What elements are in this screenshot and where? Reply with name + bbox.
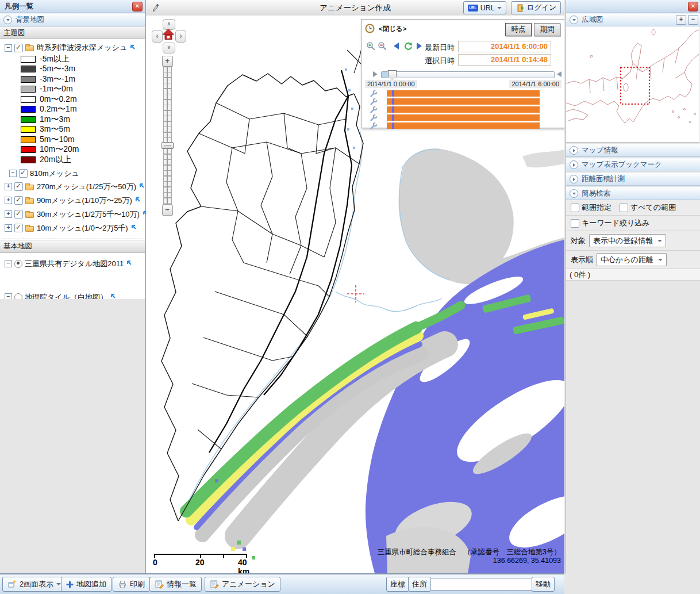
all-range-checkbox[interactable] [620, 204, 628, 212]
pan-down-icon[interactable] [163, 43, 175, 53]
zoom-in-button[interactable]: + [162, 56, 173, 67]
time-slider[interactable] [381, 71, 555, 78]
chevron-down-icon [570, 189, 578, 198]
layer-tree: 時系列津波浸水深メッシュ -5m以上 -5m〜-3m -3m〜-1m -1m〜0… [0, 39, 145, 240]
layer-checkbox[interactable] [14, 224, 23, 232]
zoom-slider[interactable] [163, 67, 172, 205]
tree-item-90m-mesh[interactable]: 90mメッシュ(1/10万〜25万) [0, 194, 145, 208]
expand-plus-icon[interactable] [5, 197, 12, 204]
tree-item-810m-mesh[interactable]: 810mメッシュ [0, 167, 145, 180]
mode-point-button[interactable]: 時点 [505, 23, 532, 36]
step-back-icon[interactable] [394, 43, 399, 49]
radio-button[interactable] [14, 260, 22, 268]
tree-item-tsunami-mesh[interactable]: 時系列津波浸水深メッシュ [0, 41, 145, 54]
zoom-in-time-icon[interactable] [366, 41, 376, 51]
zoom-out-time-icon[interactable] [378, 41, 387, 51]
close-icon[interactable]: ✕ [688, 2, 698, 12]
legend-item: -5m〜-3m [0, 64, 145, 75]
mode-period-button[interactable]: 期間 [534, 23, 560, 36]
overview-map[interactable] [566, 26, 699, 143]
animation-button[interactable]: アニメーション [205, 577, 280, 592]
overview-zoom-in-button[interactable]: + [676, 15, 686, 25]
wrench-icon[interactable] [370, 114, 378, 122]
main-map[interactable]: + − <閉じる> 時点 期間 [146, 16, 564, 573]
background-map-label: 背景地図 [16, 15, 44, 25]
section-overview-map[interactable]: 広域図 + − [566, 13, 700, 26]
dual-view-button[interactable]: 2画面表示 [2, 577, 66, 592]
step-forward-icon[interactable] [417, 43, 422, 49]
expand-plus-icon[interactable] [5, 210, 12, 218]
wrench-icon[interactable] [370, 98, 378, 106]
map-link-arrow-icon[interactable] [135, 197, 143, 204]
timeline-track[interactable] [361, 106, 564, 114]
wrench-icon[interactable] [370, 106, 378, 114]
home-icon[interactable] [161, 28, 175, 43]
location-search-input[interactable] [430, 578, 534, 591]
collapse-minus-icon[interactable] [9, 170, 17, 177]
coordinate-button[interactable]: 座標 [386, 577, 409, 592]
timeline-track[interactable] [361, 114, 564, 122]
close-panel-link[interactable]: <閉じる> [379, 25, 406, 33]
pan-right-icon[interactable] [175, 30, 186, 43]
section-background-map[interactable]: 背景地図 [0, 13, 145, 26]
timeline-bar[interactable] [387, 98, 540, 105]
range-checkbox[interactable] [571, 204, 579, 212]
map-link-arrow-icon[interactable] [131, 224, 139, 232]
print-button[interactable]: 印刷 [113, 577, 150, 592]
keyword-checkbox[interactable] [571, 219, 579, 228]
play-backward-icon[interactable] [557, 71, 561, 77]
tree-item-30m-mesh[interactable]: 30mメッシュ(1/2万5千〜10万) [0, 208, 145, 221]
base-map-label: 基本地図 [3, 242, 32, 251]
layer-checkbox[interactable] [14, 210, 23, 219]
move-button[interactable]: 移動 [532, 577, 555, 592]
section-simple-search[interactable]: 簡易検索 [566, 187, 700, 200]
time-slider-thumb[interactable] [388, 70, 397, 81]
section-map-info[interactable]: マップ情報 [566, 144, 700, 157]
section-bookmarks[interactable]: マップ表示ブックマーク [566, 158, 700, 171]
login-button[interactable]: ログイン [511, 1, 561, 14]
expand-plus-icon[interactable] [5, 224, 12, 232]
timeline-bar[interactable] [387, 106, 540, 113]
refresh-icon[interactable] [403, 41, 413, 51]
expand-plus-icon[interactable] [5, 183, 12, 190]
timeline-track[interactable] [361, 90, 564, 98]
tree-item-10m-mesh[interactable]: 10mメッシュ(1/0〜2万5千) [0, 221, 145, 235]
zoom-out-button[interactable]: − [162, 205, 173, 216]
timeline-bar[interactable] [387, 114, 540, 121]
map-link-arrow-icon[interactable] [126, 260, 134, 267]
timeline-track[interactable] [361, 122, 564, 130]
tree-item-270m-mesh[interactable]: 270mメッシュ(1/25万〜50万) [0, 180, 145, 194]
zoom-slider-handle[interactable] [161, 142, 174, 149]
chevron-right-icon [570, 146, 578, 155]
chevron-right-icon [570, 175, 578, 183]
target-select[interactable]: 表示中の登録情報 [589, 234, 666, 247]
url-button[interactable]: URL URL [463, 1, 506, 14]
play-forward-icon[interactable] [373, 71, 378, 77]
collapse-minus-icon[interactable] [5, 260, 12, 267]
close-icon[interactable]: ✕ [132, 2, 143, 12]
layer-checkbox[interactable] [14, 44, 23, 52]
collapse-minus-icon[interactable] [5, 44, 12, 52]
base-layer-mie-digital-map[interactable]: 三重県共有デジタル地図2011 [0, 258, 145, 270]
timeline-bar[interactable] [387, 90, 540, 97]
legend-item: -1m〜0m [0, 85, 145, 95]
overview-zoom-out-button[interactable]: − [688, 15, 698, 25]
map-link-arrow-icon[interactable] [130, 44, 137, 52]
layer-checkbox[interactable] [19, 169, 28, 178]
target-label: 対象 [571, 236, 586, 246]
order-select[interactable]: 中心からの距離 [597, 253, 667, 266]
wrench-icon[interactable] [370, 90, 378, 98]
section-measure[interactable]: 距離面積計測 [566, 173, 700, 186]
wrench-icon[interactable] [370, 122, 378, 130]
timeline-bar[interactable] [387, 122, 540, 129]
layer-checkbox[interactable] [14, 196, 23, 205]
overview-map-label: 広域図 [582, 15, 603, 25]
result-count: ( 0件 ) [566, 269, 700, 281]
add-map-button[interactable]: 地図追加 [61, 577, 111, 592]
timeline-track[interactable] [361, 98, 564, 106]
legend-swatch [21, 96, 36, 103]
info-list-button[interactable]: 情報一覧 [149, 577, 202, 592]
legend-item: 5m〜10m [0, 135, 145, 145]
layer-checkbox[interactable] [14, 182, 23, 191]
address-button[interactable]: 住所 [408, 577, 431, 592]
